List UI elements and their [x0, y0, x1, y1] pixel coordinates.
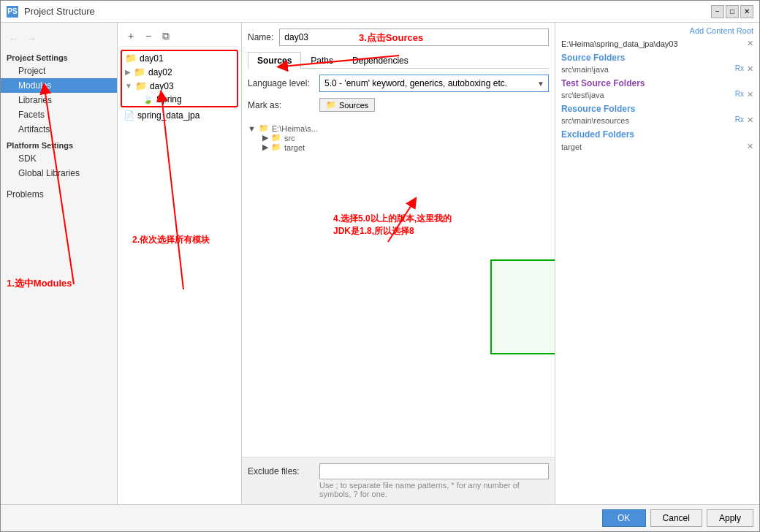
nav-toolbar: ← → [1, 28, 117, 49]
tree-item-label: Spring [156, 94, 182, 104]
resource-rx-button[interactable]: Rx [735, 115, 744, 125]
tree-item-day03[interactable]: ▼ 📁 day03 [122, 79, 237, 93]
source-path-actions: Rx ✕ [735, 64, 753, 74]
tab-paths[interactable]: Paths [301, 52, 343, 69]
tree-item-spring[interactable]: 🍃 Spring [122, 93, 237, 106]
title-bar: PS Project Structure − □ ✕ [1, 1, 759, 23]
test-source-folders-header: Test Source Folders [561, 78, 753, 88]
collapse-icon: ▶ [125, 68, 131, 76]
folder-icon: 📁 [134, 66, 145, 77]
src-path: ▶ 📁 src [262, 133, 549, 142]
add-content-root-button[interactable]: Add Content Root [690, 26, 753, 35]
source-close-button[interactable]: ✕ [747, 64, 753, 74]
sidebar-item-modules[interactable]: Modules [1, 78, 117, 93]
source-path-row: src\main\java Rx ✕ [561, 64, 753, 74]
problems-section: Problems [1, 186, 117, 202]
exclude-hint: Use ; to separate file name patterns, * … [248, 481, 549, 498]
tree-add-button[interactable]: + [123, 28, 138, 43]
tree-item-label: spring_data_jpa [137, 110, 200, 121]
tree-item-spring-data-jpa[interactable]: 📄 spring_data_jpa [121, 109, 238, 122]
exclude-label: Exclude files: [248, 466, 314, 476]
title-bar-left: PS Project Structure [7, 6, 95, 18]
main-content: ← → Project Settings Project Modules Lib… [1, 23, 759, 504]
tree-item-label: day03 [150, 81, 174, 91]
name-input[interactable] [279, 28, 549, 46]
language-level-label: Language level: [248, 78, 314, 88]
spring-icon: 🍃 [142, 94, 153, 104]
excluded-target-label: target [561, 142, 582, 151]
excluded-section: Excluded Folders target ✕ [561, 129, 753, 152]
mark-as-label: Mark as: [248, 100, 314, 110]
content-root-path: E:\Heima\s... [272, 124, 318, 133]
test-rx-button[interactable]: Rx [735, 90, 744, 99]
resource-close-button[interactable]: ✕ [747, 115, 753, 125]
mark-sources-button[interactable]: 📁 Sources [319, 98, 375, 112]
tree-remove-button[interactable]: − [141, 28, 156, 43]
tree-toolbar: + − ⧉ [121, 26, 238, 47]
expand-icon: ▼ [125, 82, 132, 90]
test-path-row: src\test\java Rx ✕ [561, 90, 753, 99]
content-root-header: E:\Heima\spring_data_jpa\day03 ✕ [561, 39, 753, 48]
maximize-button[interactable]: □ [726, 5, 739, 18]
modules-red-box: 📁 day01 ▶ 📁 day02 ▼ 📁 day03 🍃 [121, 50, 238, 107]
tree-item-day01[interactable]: 📁 day01 [122, 51, 237, 65]
expand-icon-target: ▶ [262, 142, 268, 152]
exclude-row: Exclude files: [248, 463, 549, 479]
sidebar-item-sdk[interactable]: SDK [1, 151, 117, 166]
back-button[interactable]: ← [7, 31, 21, 46]
folder-icon-target: 📁 [271, 142, 281, 152]
project-settings-header: Project Settings [1, 49, 117, 64]
language-level-select[interactable]: 5.0 - 'enum' keyword, generics, autoboxi… [319, 75, 549, 92]
tree-item-day03-group: ▼ 📁 day03 🍃 Spring [122, 79, 237, 106]
resource-path-label: src\main\resources [561, 116, 629, 125]
src-label: src [284, 134, 295, 142]
language-level-row: Language level: 5.0 - 'enum' keyword, ge… [248, 75, 549, 92]
main-panel: Name: Sources Paths Dependencies Languag… [242, 23, 555, 457]
name-label: Name: [248, 32, 273, 42]
tree-item-day02[interactable]: ▶ 📁 day02 [122, 65, 237, 79]
platform-settings-header: Platform Settings [1, 137, 117, 151]
right-panel: Add Content Root E:\Heima\spring_data_jp… [555, 23, 759, 504]
tab-dependencies[interactable]: Dependencies [343, 52, 418, 69]
tree-item-label: day02 [148, 67, 172, 77]
content-root-close[interactable]: ✕ [747, 39, 753, 48]
sidebar-item-facets[interactable]: Facets [1, 107, 117, 122]
content-root-path-label: E:\Heima\spring_data_jpa\day03 [561, 39, 678, 48]
test-close-button[interactable]: ✕ [747, 90, 753, 99]
sidebar-item-artifacts[interactable]: Artifacts [1, 122, 117, 137]
tree-item-label: day01 [140, 53, 164, 64]
exclude-input[interactable] [319, 463, 549, 479]
add-content-root-row: Add Content Root [561, 26, 753, 36]
dialog-buttons-bar: OK Cancel Apply [1, 504, 759, 531]
test-path-label: src\test\java [561, 91, 604, 99]
sidebar-item-problems[interactable]: Problems [7, 189, 111, 200]
folder-icon-src: 📁 [271, 133, 281, 142]
sidebar-item-global-libraries[interactable]: Global Libraries [1, 166, 117, 180]
sidebar: ← → Project Settings Project Modules Lib… [1, 23, 118, 504]
forward-button[interactable]: → [24, 31, 39, 46]
source-rx-button[interactable]: Rx [735, 64, 744, 74]
cancel-button[interactable]: Cancel [650, 509, 702, 527]
close-button[interactable]: ✕ [740, 5, 753, 18]
tabs-bar: Sources Paths Dependencies [248, 52, 549, 69]
mark-btn-label: Sources [339, 101, 368, 110]
sidebar-item-project[interactable]: Project [1, 64, 117, 78]
sources-icon: 📁 [326, 100, 336, 110]
test-path-actions: Rx ✕ [735, 90, 753, 99]
main-area: Name: Sources Paths Dependencies Languag… [242, 23, 555, 504]
success-box: 问题解决！完美! [490, 259, 555, 354]
bottom-area: Exclude files: Use ; to separate file na… [242, 457, 555, 504]
tree-copy-button[interactable]: ⧉ [159, 28, 173, 43]
sidebar-item-libraries[interactable]: Libraries [1, 93, 117, 107]
excluded-target-close[interactable]: ✕ [747, 142, 753, 151]
apply-button[interactable]: Apply [707, 509, 753, 527]
project-structure-window: PS Project Structure − □ ✕ ← → Project S… [0, 0, 760, 532]
tab-sources[interactable]: Sources [248, 52, 301, 69]
window-controls: − □ ✕ [711, 5, 753, 18]
ok-button[interactable]: OK [602, 509, 646, 527]
target-path: ▶ 📁 target [262, 142, 549, 152]
minimize-button[interactable]: − [711, 5, 724, 18]
excluded-target-row: target ✕ [561, 141, 753, 152]
expand-icon: ▼ [248, 124, 256, 133]
content-root-row: ▼ 📁 E:\Heima\s... [248, 123, 549, 133]
